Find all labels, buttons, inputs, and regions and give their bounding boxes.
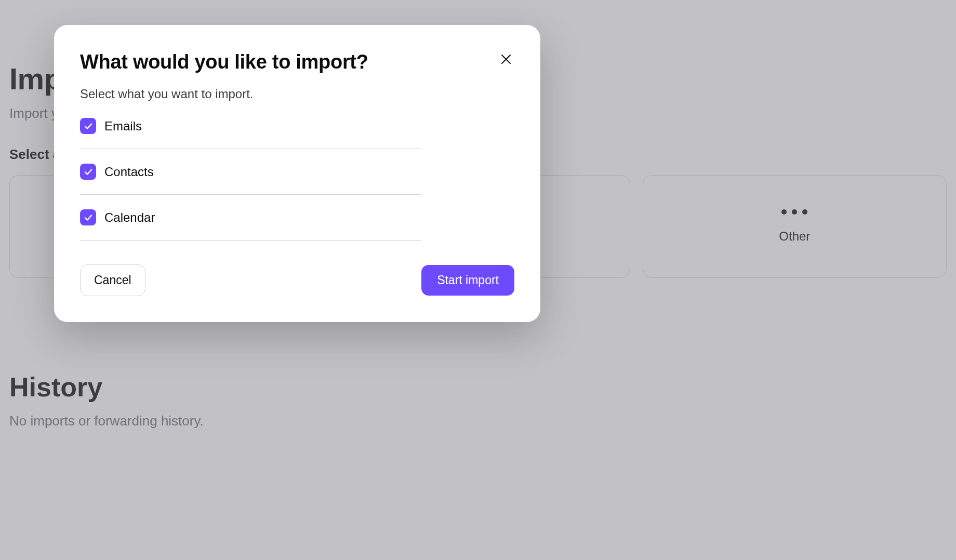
import-option-calendar[interactable]: Calendar bbox=[80, 195, 421, 241]
modal-header: What would you like to import? bbox=[80, 51, 514, 73]
close-button[interactable] bbox=[498, 51, 514, 68]
checkbox-emails[interactable] bbox=[80, 118, 96, 134]
checkbox-label: Contacts bbox=[104, 165, 154, 179]
close-icon bbox=[500, 53, 512, 65]
modal-title: What would you like to import? bbox=[80, 51, 368, 73]
import-option-contacts[interactable]: Contacts bbox=[80, 149, 421, 195]
check-icon bbox=[84, 213, 93, 222]
checkbox-contacts[interactable] bbox=[80, 164, 96, 180]
import-options-list: Emails Contacts Calendar bbox=[80, 116, 421, 241]
import-option-emails[interactable]: Emails bbox=[80, 116, 421, 149]
cancel-button[interactable]: Cancel bbox=[80, 264, 145, 296]
check-icon bbox=[84, 122, 93, 131]
checkbox-label: Calendar bbox=[104, 210, 155, 225]
modal-subtitle: Select what you want to import. bbox=[80, 87, 514, 101]
start-import-button[interactable]: Start import bbox=[421, 265, 514, 296]
checkbox-label: Emails bbox=[104, 119, 142, 134]
checkbox-calendar[interactable] bbox=[80, 209, 96, 225]
modal-footer: Cancel Start import bbox=[80, 264, 514, 296]
check-icon bbox=[84, 167, 93, 177]
import-modal: What would you like to import? Select wh… bbox=[54, 25, 540, 322]
